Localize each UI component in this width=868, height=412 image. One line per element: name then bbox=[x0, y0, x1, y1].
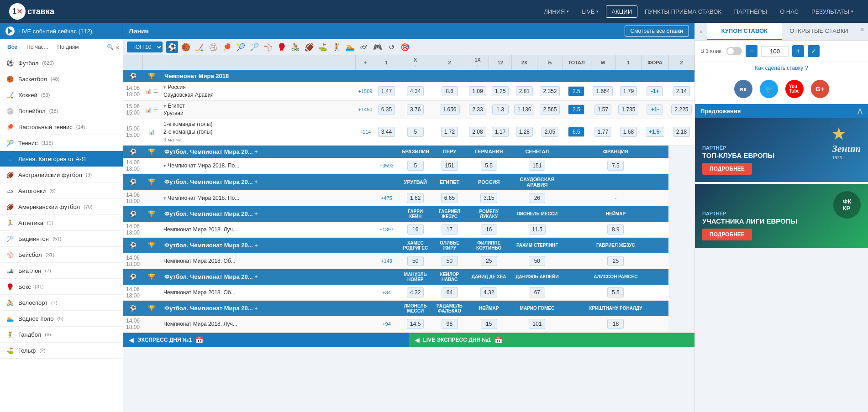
sidebar-item-liniya[interactable]: ≡ Линия. Категория от А-Я bbox=[0, 151, 123, 167]
odds-btn[interactable]: 1.136 bbox=[514, 104, 534, 115]
odds-btn[interactable]: 1.28 bbox=[516, 127, 533, 137]
odds-count[interactable]: +34 bbox=[382, 290, 391, 295]
proposals-collapse-btn[interactable]: ⋀ bbox=[857, 108, 863, 115]
odds-count[interactable]: +1397 bbox=[379, 227, 394, 232]
odds-btn[interactable]: 14.5 bbox=[407, 319, 424, 329]
odds-btn[interactable]: 2.14 bbox=[673, 86, 690, 96]
odds-btn[interactable]: 26 bbox=[529, 193, 545, 203]
nav-points[interactable]: ПУНКТЫ ПРИЕМА СТАВОК bbox=[639, 5, 727, 18]
expand-icon[interactable]: ▾ bbox=[163, 195, 166, 201]
odds-btn[interactable]: 1.25 bbox=[492, 86, 509, 96]
sidebar-item-cycling[interactable]: 🚴 Велоспорт (7) bbox=[0, 295, 123, 311]
googleplus-icon[interactable]: G+ bbox=[811, 80, 829, 98]
sidebar-item-american-football[interactable]: 🏈 Американский футбол (70) bbox=[0, 199, 123, 215]
odds-count[interactable]: +114 bbox=[360, 129, 371, 135]
sidebar-item-baseball[interactable]: ⚾ Бейсбол (31) bbox=[0, 247, 123, 263]
nav-akcii[interactable]: АКЦИИ bbox=[606, 5, 637, 18]
tab-coupon[interactable]: КУПОН СТАВОК bbox=[707, 23, 782, 40]
odds-btn[interactable]: 1.72 bbox=[441, 127, 458, 137]
odds-btn[interactable]: 1.79 bbox=[620, 86, 637, 96]
filter-tabletennis[interactable]: 🏓 bbox=[221, 41, 233, 53]
coupon-close-btn[interactable]: ✕ bbox=[856, 23, 868, 40]
top-select[interactable]: ТОП 10 bbox=[127, 42, 163, 52]
odds-btn[interactable]: 1.735 bbox=[618, 104, 638, 115]
odds-btn[interactable]: 50 bbox=[442, 256, 458, 266]
sidebar-item-hockey[interactable]: 🏒 Хоккей (53) bbox=[0, 87, 123, 103]
list-icon[interactable]: ☰ bbox=[153, 88, 158, 94]
filter-americanfootball[interactable]: 🏈 bbox=[303, 41, 315, 53]
odds-btn[interactable]: 2.81 bbox=[516, 86, 533, 96]
odds-btn[interactable]: 2.5 bbox=[568, 86, 584, 96]
live-express-calendar-button[interactable]: 📅 bbox=[494, 336, 502, 344]
filter-volleyball[interactable]: 🏐 bbox=[207, 41, 219, 53]
filter-football[interactable]: ⚽ bbox=[166, 41, 178, 53]
odds-btn[interactable]: 5 bbox=[407, 161, 424, 171]
odds-btn[interactable]: 2.5 bbox=[568, 104, 584, 115]
filter-boxing[interactable]: 🥊 bbox=[276, 41, 288, 53]
odds-btn[interactable]: 11.5 bbox=[529, 224, 546, 235]
odds-btn[interactable]: 67 bbox=[529, 287, 545, 297]
odds-count[interactable]: +1450 bbox=[358, 107, 373, 112]
odds-btn[interactable]: 101 bbox=[529, 319, 545, 329]
filter-tennis[interactable]: 🎾 bbox=[235, 41, 247, 53]
odds-btn[interactable]: 2.18 bbox=[673, 127, 690, 137]
odds-btn[interactable]: 2.225 bbox=[671, 104, 691, 115]
odds-btn[interactable]: 17 bbox=[442, 224, 458, 235]
tab-all[interactable]: Все bbox=[4, 42, 21, 52]
live-express-prev-button[interactable]: ◀ bbox=[415, 336, 420, 344]
filter-handball[interactable]: 🤾 bbox=[331, 41, 342, 53]
odds-btn[interactable]: 1.656 bbox=[440, 104, 460, 115]
filter-baseball[interactable]: ⚾ bbox=[262, 41, 274, 53]
odds-btn[interactable]: 6.65 bbox=[441, 193, 458, 203]
odds-btn[interactable]: 1.68 bbox=[620, 127, 637, 137]
nav-liniya[interactable]: ЛИНИЯ ▾ bbox=[538, 5, 574, 18]
odds-count[interactable]: +475 bbox=[381, 195, 392, 201]
filter-esports[interactable]: 🎮 bbox=[372, 41, 384, 53]
odds-btn[interactable]: 8.9 bbox=[607, 224, 624, 235]
odds-btn[interactable]: 1.664 bbox=[593, 86, 613, 96]
sidebar-item-waterpolo[interactable]: 🏊 Водное поло (5) bbox=[0, 311, 123, 327]
odds-btn[interactable]: 3.76 bbox=[407, 104, 424, 115]
odds-btn[interactable]: 98 bbox=[442, 319, 458, 329]
filter-racing[interactable]: 🏎 bbox=[358, 41, 370, 53]
odds-btn[interactable]: 1.77 bbox=[594, 127, 611, 137]
tab-open-bets[interactable]: ОТКРЫТЫЕ СТАВКИ bbox=[782, 23, 856, 40]
logo[interactable]: 1✕ ставка bbox=[9, 3, 54, 20]
filter-basketball[interactable]: 🏀 bbox=[180, 41, 192, 53]
odds-btn[interactable]: 2.05 bbox=[542, 127, 558, 137]
odds-btn[interactable]: 50 bbox=[407, 256, 424, 266]
youtube-icon[interactable]: YouTube bbox=[785, 80, 804, 98]
odds-btn[interactable]: 151 bbox=[529, 161, 545, 171]
filter-hockey[interactable]: 🏒 bbox=[194, 41, 205, 53]
nav-live[interactable]: LIVE ▾ bbox=[576, 5, 604, 18]
stats-icon[interactable]: 📊 bbox=[145, 88, 152, 94]
odds-btn[interactable]: 3.15 bbox=[480, 193, 497, 203]
odds-btn[interactable]: 2.08 bbox=[469, 127, 486, 137]
odds-btn[interactable]: 6.5 bbox=[568, 127, 584, 137]
odds-count[interactable]: +3593 bbox=[379, 163, 394, 168]
odds-btn[interactable]: 4.32 bbox=[407, 287, 424, 297]
bet-toggle[interactable] bbox=[726, 47, 742, 55]
watch-all-button[interactable]: Смотреть все ставки bbox=[625, 26, 689, 37]
sidebar-item-athletics[interactable]: 🏃 Атлетика (1) bbox=[0, 215, 123, 231]
odds-btn[interactable]: 2.33 bbox=[469, 104, 486, 115]
odds-btn[interactable]: 5.5 bbox=[481, 161, 497, 171]
collapse-icon[interactable]: « bbox=[116, 43, 119, 51]
odds-btn[interactable]: 151 bbox=[442, 161, 458, 171]
vk-icon[interactable]: вк bbox=[734, 80, 752, 98]
nav-results[interactable]: РЕЗУЛЬТАТЫ ▾ bbox=[806, 5, 859, 18]
odds-btn[interactable]: 4.34 bbox=[407, 86, 424, 96]
odds-btn[interactable]: 25 bbox=[607, 256, 624, 266]
stats-icon[interactable]: 📊 bbox=[148, 129, 155, 135]
sidebar-item-handball[interactable]: 🤾 Гандбол (6) bbox=[0, 327, 123, 343]
odds-count[interactable]: +94 bbox=[382, 321, 391, 327]
sidebar-item-biathlon[interactable]: 🎿 Биатлон (7) bbox=[0, 263, 123, 279]
odds-btn[interactable]: 5 bbox=[407, 127, 424, 137]
odds-btn[interactable]: 1.3 bbox=[492, 104, 509, 115]
sidebar-item-football[interactable]: ⚽ Футбол (620) bbox=[0, 55, 123, 71]
search-icon[interactable]: 🔍 bbox=[107, 44, 114, 50]
stats-icon[interactable]: 📊 bbox=[145, 107, 152, 113]
odds-count[interactable]: +143 bbox=[381, 258, 392, 264]
filter-more1[interactable]: ↺ bbox=[385, 41, 397, 53]
sidebar-item-tabletennis[interactable]: 🏓 Настольный теннис (14) bbox=[0, 119, 123, 135]
